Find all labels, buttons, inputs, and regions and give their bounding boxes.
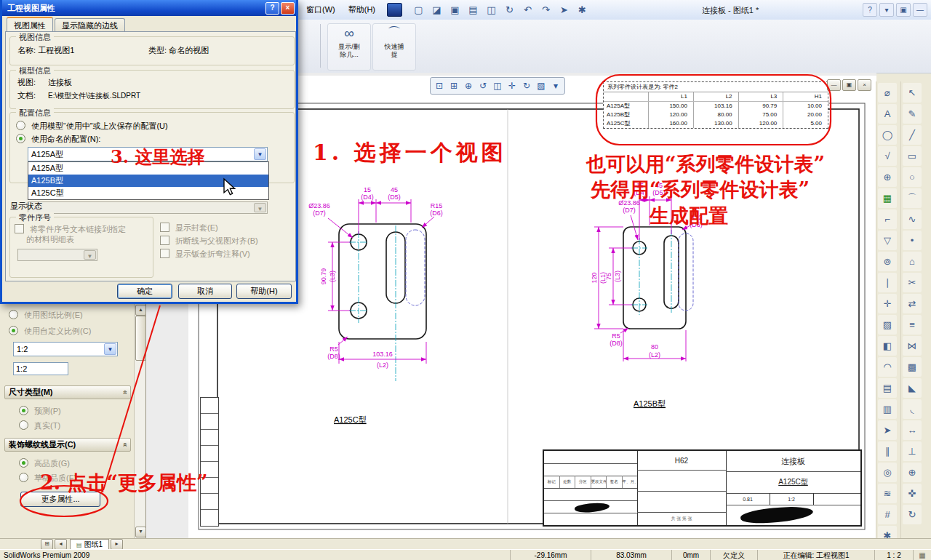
more-view-tools-icon[interactable]: ▾: [548, 79, 563, 93]
zoom-icon[interactable]: ⊕: [903, 463, 922, 482]
menu-help[interactable]: 帮助(H): [342, 1, 382, 18]
dialog-help-icon[interactable]: ?: [265, 2, 279, 15]
use-named-config-radio[interactable]: [16, 134, 25, 143]
new-document-icon[interactable]: ▢: [410, 2, 427, 17]
show-envelope-checkbox[interactable]: [160, 223, 169, 232]
chamfer-icon[interactable]: ◣: [903, 378, 922, 398]
center-mark-icon[interactable]: ✛: [878, 294, 897, 313]
spline-icon[interactable]: ∿: [903, 209, 922, 229]
bom-table-combo[interactable]: ▼: [17, 249, 97, 261]
help-button[interactable]: 帮助(H): [236, 284, 292, 299]
ok-button[interactable]: 确定: [117, 284, 172, 299]
cancel-button[interactable]: 取消: [178, 284, 232, 299]
surface-finish-icon[interactable]: √: [878, 146, 897, 166]
polygon-icon[interactable]: ⌂: [903, 252, 922, 271]
chevron-down-icon[interactable]: ▼: [254, 148, 266, 160]
projected-dim-radio[interactable]: [19, 406, 28, 415]
minimize-window-icon[interactable]: —: [913, 3, 927, 17]
centerline-icon[interactable]: ∣: [878, 273, 897, 292]
open-icon[interactable]: ◪: [428, 2, 445, 17]
doc-close-icon[interactable]: ×: [858, 79, 871, 91]
pin-icon[interactable]: ▾: [879, 3, 894, 17]
scroll-down-icon[interactable]: ▼: [135, 527, 146, 537]
design-table-icon[interactable]: ▦: [878, 188, 897, 208]
save-icon[interactable]: ▣: [447, 2, 463, 17]
option-a125b[interactable]: A125B型: [28, 175, 268, 187]
circle-icon[interactable]: ○: [903, 167, 922, 187]
area-hatch-icon[interactable]: ▨: [878, 315, 897, 335]
custom-scale-input[interactable]: [13, 362, 68, 375]
zoom-in-out-icon[interactable]: ⊕: [461, 79, 476, 93]
convert-entities-icon[interactable]: ⇄: [903, 294, 922, 313]
zoom-area-icon[interactable]: ⊞: [447, 79, 461, 93]
thread-display-header[interactable]: 装饰螺纹线显示(C) »: [4, 438, 131, 452]
restore-window-icon[interactable]: ▣: [896, 3, 911, 17]
redo-icon[interactable]: ↷: [538, 2, 554, 17]
bom-table-icon[interactable]: ▥: [878, 399, 897, 419]
break-line-icon[interactable]: ≋: [878, 484, 897, 503]
select-icon[interactable]: ↖: [903, 83, 922, 103]
panel-scrollbar[interactable]: ▲ ▼: [134, 304, 145, 538]
display-state-combo[interactable]: ▼: [28, 201, 268, 214]
note-icon[interactable]: A: [878, 104, 897, 124]
scrollbar-thumb[interactable]: [135, 316, 146, 361]
menu-window[interactable]: 窗口(W): [300, 1, 342, 18]
block-icon[interactable]: ◧: [878, 336, 897, 356]
tab-sheet1[interactable]: ▤ 图纸1: [70, 539, 109, 550]
pan-icon[interactable]: ✛: [505, 79, 519, 93]
mirror-icon[interactable]: ⋈: [903, 336, 922, 356]
display-style-icon[interactable]: ▧: [534, 79, 548, 93]
scroll-sheets-left-icon[interactable]: ◂: [55, 539, 67, 550]
undo-icon[interactable]: ↶: [519, 2, 536, 17]
sheet-properties-icon[interactable]: ⊞: [41, 539, 53, 550]
geometric-tolerance-icon[interactable]: ⊕: [878, 167, 897, 187]
doc-minimize-icon[interactable]: —: [827, 79, 841, 91]
display-delete-relations-button[interactable]: ∞ 显示/删 除几...: [327, 23, 371, 71]
revision-symbol-icon[interactable]: ◠: [878, 357, 897, 377]
pan-view-icon[interactable]: ✜: [903, 484, 922, 503]
trim-icon[interactable]: ✂: [903, 273, 922, 292]
rebuild-icon[interactable]: ↻: [501, 2, 518, 17]
quick-snaps-button[interactable]: ⌒ 快速捕 捉: [372, 23, 416, 71]
section-line-icon[interactable]: ∥: [878, 441, 897, 461]
grid-icon[interactable]: ▦: [913, 550, 931, 560]
line-icon[interactable]: ╱: [903, 125, 922, 145]
break-align-checkbox[interactable]: [160, 236, 169, 245]
scale-combo[interactable]: 1:2 ▼: [13, 342, 118, 356]
balloon-icon[interactable]: ◯: [878, 125, 897, 145]
smart-dimension-icon[interactable]: ⌀: [878, 83, 897, 103]
add-relation-icon[interactable]: ⊥: [903, 441, 922, 461]
crop-view-icon[interactable]: #: [878, 505, 897, 524]
pattern-icon[interactable]: ▩: [903, 357, 922, 377]
true-dim-radio[interactable]: [19, 420, 28, 430]
offset-icon[interactable]: ≡: [903, 315, 922, 335]
select-arrow-icon[interactable]: ➤: [556, 2, 572, 17]
fillet-icon[interactable]: ◟: [903, 399, 922, 419]
dialog-titlebar[interactable]: 工程视图属性 ? ×: [2, 0, 296, 16]
hole-callout-icon[interactable]: ⊚: [878, 252, 897, 271]
print-icon[interactable]: ▤: [465, 2, 482, 17]
design-table[interactable]: 系列零件设计表是为: 零件2 L1 L2 L3 H1 A125A型 150.00…: [603, 81, 828, 129]
dimension-type-header[interactable]: 尺寸类型(M) »: [4, 385, 131, 399]
draft-quality-radio[interactable]: [19, 473, 28, 482]
chevron-down-icon[interactable]: ▼: [104, 343, 116, 355]
zoom-fit-icon[interactable]: ⊡: [432, 79, 447, 93]
help-icon[interactable]: ?: [863, 3, 877, 17]
use-model-config-radio[interactable]: [16, 121, 25, 130]
link-balloon-checkbox[interactable]: [15, 224, 24, 233]
high-quality-radio[interactable]: [19, 458, 28, 468]
general-table-icon[interactable]: ▤: [878, 378, 897, 398]
previous-view-icon[interactable]: ↺: [476, 79, 490, 93]
section-view-icon[interactable]: ◫: [490, 79, 505, 93]
scroll-sheets-right-icon[interactable]: ▸: [111, 539, 123, 550]
close-icon[interactable]: ×: [281, 2, 295, 15]
use-custom-scale-radio[interactable]: [9, 326, 18, 335]
option-a125c[interactable]: A125C型: [28, 187, 268, 199]
print-preview-icon[interactable]: ◫: [483, 2, 500, 17]
datum-feature-icon[interactable]: ▽: [878, 231, 897, 250]
view-arrow-icon[interactable]: ➤: [878, 420, 897, 440]
sheet-metal-notes-checkbox[interactable]: [160, 249, 169, 258]
sketch-icon[interactable]: ✎: [903, 104, 922, 124]
arc-icon[interactable]: ⌒: [903, 188, 922, 208]
collapse-chevron-icon[interactable]: »: [118, 442, 130, 447]
